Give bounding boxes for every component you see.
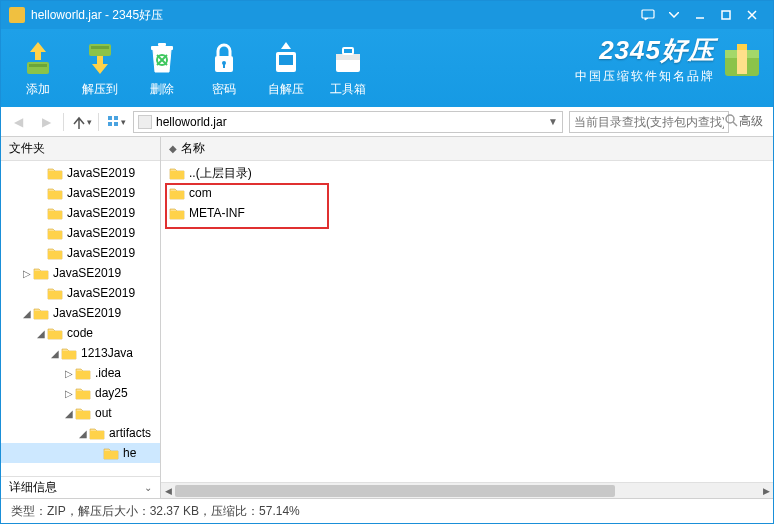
extract-button[interactable]: 解压到 bbox=[69, 31, 131, 105]
tree-item[interactable]: ▷day25 bbox=[1, 383, 160, 403]
chevron-down-icon: ⌄ bbox=[144, 482, 152, 493]
folder-icon bbox=[47, 206, 63, 220]
body: 文件夹 JavaSE2019JavaSE2019JavaSE2019JavaSE… bbox=[1, 137, 773, 499]
folder-icon bbox=[33, 306, 49, 320]
folder-icon bbox=[169, 166, 185, 180]
folder-icon bbox=[47, 186, 63, 200]
tree-item-label: .idea bbox=[95, 366, 121, 380]
folder-icon bbox=[169, 186, 185, 200]
folder-icon bbox=[75, 406, 91, 420]
expand-icon[interactable]: ◢ bbox=[77, 428, 89, 439]
svg-rect-22 bbox=[108, 116, 112, 120]
expand-icon[interactable]: ▷ bbox=[21, 268, 33, 279]
selfextract-icon bbox=[266, 39, 306, 77]
tree-item-label: JavaSE2019 bbox=[67, 166, 135, 180]
brand-box-icon bbox=[721, 38, 763, 80]
feedback-button[interactable] bbox=[635, 5, 661, 25]
separator bbox=[98, 113, 99, 131]
tree-item-label: code bbox=[67, 326, 93, 340]
tree-item[interactable]: he bbox=[1, 443, 160, 463]
tree-item[interactable]: ▷JavaSE2019 bbox=[1, 263, 160, 283]
tree-item-label: JavaSE2019 bbox=[53, 266, 121, 280]
app-icon bbox=[9, 7, 25, 23]
sidebar: 文件夹 JavaSE2019JavaSE2019JavaSE2019JavaSE… bbox=[1, 137, 161, 498]
maximize-button[interactable] bbox=[713, 5, 739, 25]
search-box[interactable] bbox=[569, 111, 729, 133]
column-header[interactable]: ◆ 名称 bbox=[161, 137, 773, 161]
svg-rect-12 bbox=[223, 64, 225, 68]
selfextract-button[interactable]: 自解压 bbox=[255, 31, 317, 105]
path-box[interactable]: ▼ bbox=[133, 111, 563, 133]
close-button[interactable] bbox=[739, 5, 765, 25]
separator bbox=[63, 113, 64, 131]
app-window: helloworld.jar - 2345好压 添加 解压到 删除 密码 自解压 bbox=[0, 0, 774, 524]
folder-tree[interactable]: JavaSE2019JavaSE2019JavaSE2019JavaSE2019… bbox=[1, 161, 160, 476]
tree-item-label: JavaSE2019 bbox=[67, 186, 135, 200]
tree-item-label: he bbox=[123, 446, 136, 460]
tree-item[interactable]: JavaSE2019 bbox=[1, 283, 160, 303]
tree-item[interactable]: ◢out bbox=[1, 403, 160, 423]
svg-rect-14 bbox=[279, 55, 293, 65]
view-mode-button[interactable]: ▾ bbox=[105, 111, 127, 133]
tree-item[interactable]: ◢code bbox=[1, 323, 160, 343]
search-input[interactable] bbox=[574, 115, 724, 129]
folder-icon bbox=[33, 266, 49, 280]
scroll-right-icon[interactable]: ▶ bbox=[759, 483, 773, 498]
nav-forward-button[interactable]: ▶ bbox=[35, 111, 57, 133]
selfextract-label: 自解压 bbox=[268, 81, 304, 98]
expand-icon[interactable]: ◢ bbox=[49, 348, 61, 359]
svg-rect-7 bbox=[151, 46, 173, 50]
status-text: 类型：ZIP，解压后大小：32.37 KB，压缩比：57.14% bbox=[11, 503, 300, 520]
brand-sub: 中国压缩软件知名品牌 bbox=[575, 68, 715, 85]
svg-rect-5 bbox=[89, 44, 111, 56]
brand: 2345好压 中国压缩软件知名品牌 bbox=[575, 33, 763, 85]
path-dropdown-icon[interactable]: ▼ bbox=[548, 116, 558, 127]
sidebar-details-toggle[interactable]: 详细信息 ⌄ bbox=[1, 476, 160, 498]
password-button[interactable]: 密码 bbox=[193, 31, 255, 105]
tree-item-label: 1213Java bbox=[81, 346, 133, 360]
nav-back-button[interactable]: ◀ bbox=[7, 111, 29, 133]
folder-icon bbox=[47, 226, 63, 240]
dropdown-button[interactable] bbox=[661, 5, 687, 25]
path-input[interactable] bbox=[156, 115, 544, 129]
expand-icon[interactable]: ◢ bbox=[21, 308, 33, 319]
tree-item[interactable]: JavaSE2019 bbox=[1, 243, 160, 263]
delete-button[interactable]: 删除 bbox=[131, 31, 193, 105]
file-row[interactable]: META-INF bbox=[161, 203, 773, 223]
expand-icon[interactable]: ◢ bbox=[63, 408, 75, 419]
svg-rect-25 bbox=[114, 122, 118, 126]
file-list[interactable]: ..(上层目录)comMETA-INF bbox=[161, 161, 773, 482]
advanced-button[interactable]: 高级 bbox=[735, 113, 767, 130]
tree-item[interactable]: ◢artifacts bbox=[1, 423, 160, 443]
folder-icon bbox=[47, 326, 63, 340]
svg-rect-8 bbox=[158, 43, 166, 46]
extract-label: 解压到 bbox=[82, 81, 118, 98]
tree-item[interactable]: ◢1213Java bbox=[1, 343, 160, 363]
scrollbar-horizontal[interactable]: ◀ ▶ bbox=[161, 482, 773, 498]
expand-icon[interactable]: ▷ bbox=[63, 368, 75, 379]
expand-icon[interactable]: ◢ bbox=[35, 328, 47, 339]
add-label: 添加 bbox=[26, 81, 50, 98]
tree-item[interactable]: ◢JavaSE2019 bbox=[1, 303, 160, 323]
tree-item-label: JavaSE2019 bbox=[67, 286, 135, 300]
tree-item[interactable]: ▷.idea bbox=[1, 363, 160, 383]
minimize-button[interactable] bbox=[687, 5, 713, 25]
scrollbar-thumb[interactable] bbox=[175, 485, 615, 497]
file-row[interactable]: ..(上层目录) bbox=[161, 163, 773, 183]
toolbox-icon bbox=[328, 39, 368, 77]
tree-item-label: JavaSE2019 bbox=[67, 206, 135, 220]
nav-up-button[interactable]: ▾ bbox=[70, 111, 92, 133]
tree-item[interactable]: JavaSE2019 bbox=[1, 163, 160, 183]
tree-item-label: out bbox=[95, 406, 112, 420]
scroll-left-icon[interactable]: ◀ bbox=[161, 483, 175, 498]
tree-item-label: JavaSE2019 bbox=[53, 306, 121, 320]
add-button[interactable]: 添加 bbox=[7, 31, 69, 105]
tree-item[interactable]: JavaSE2019 bbox=[1, 183, 160, 203]
tree-item[interactable]: JavaSE2019 bbox=[1, 223, 160, 243]
folder-icon bbox=[47, 166, 63, 180]
file-row[interactable]: com bbox=[161, 183, 773, 203]
tree-item[interactable]: JavaSE2019 bbox=[1, 203, 160, 223]
expand-icon[interactable]: ▷ bbox=[63, 388, 75, 399]
tools-button[interactable]: 工具箱 bbox=[317, 31, 379, 105]
tree-item-label: JavaSE2019 bbox=[67, 246, 135, 260]
